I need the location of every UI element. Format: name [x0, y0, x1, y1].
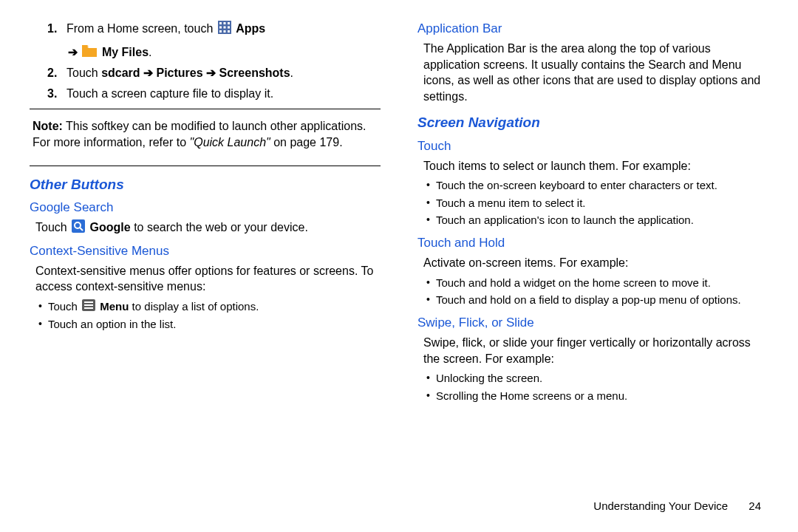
step-1-continuation: ➔ My Files. [30, 44, 381, 61]
path-bold: sdcard ➔ Pictures ➔ Screenshots [101, 66, 290, 79]
step-number: 1. [47, 21, 61, 37]
context-para: Context-sensitive menus offer options fo… [35, 263, 381, 295]
list-content: Unlocking the screen. [436, 371, 768, 386]
bullet-icon: • [38, 317, 42, 332]
search-icon [72, 219, 85, 237]
subheading-google-search: Google Search [30, 200, 381, 216]
svg-rect-15 [84, 304, 93, 306]
left-column: 1. From a Home screen, touch Apps ➔ My F… [30, 21, 381, 411]
svg-rect-6 [228, 27, 230, 29]
period: . [149, 46, 151, 58]
list-item: •Touch an application's icon to launch t… [426, 213, 768, 228]
page-footer: Understanding Your Device 24 [593, 499, 761, 514]
svg-rect-7 [219, 30, 222, 33]
divider [30, 166, 381, 166]
menu-icon [82, 299, 95, 315]
folder-icon [82, 45, 97, 61]
arrow: ➔ [68, 46, 78, 58]
bullet-icon: • [426, 276, 430, 290]
page-number: 24 [748, 499, 761, 512]
text: to display a list of options. [129, 300, 259, 313]
step-3: 3. Touch a screen capture file to displa… [47, 86, 381, 102]
list-item: •Touch a menu item to select it. [426, 196, 768, 211]
list-item: •Touch the on-screen keyboard to enter c… [426, 178, 768, 193]
svg-rect-9 [228, 30, 230, 33]
google-label: Google [90, 221, 131, 233]
svg-rect-2 [223, 22, 225, 24]
text: Touch [35, 221, 70, 233]
apps-grid-icon [218, 21, 231, 38]
svg-rect-4 [219, 27, 222, 29]
list-content: Scrolling the Home screens or a menu. [436, 389, 768, 403]
heading-other-buttons: Other Buttons [30, 175, 381, 194]
note-ref: "Quick Launch" [190, 136, 270, 149]
list-item: •Scrolling the Home screens or a menu. [426, 389, 768, 403]
list-item: •Touch and hold on a field to display a … [426, 293, 768, 307]
svg-rect-10 [72, 219, 85, 233]
right-column: Application Bar The Application Bar is t… [417, 21, 768, 411]
swipe-bullets: •Unlocking the screen. •Scrolling the Ho… [417, 371, 768, 403]
step-content: Touch sdcard ➔ Pictures ➔ Screenshots. [66, 65, 381, 81]
menu-label: Menu [100, 300, 129, 313]
step-content: From a Home screen, touch Apps [66, 21, 381, 38]
list-item: • Touch Menu to display a list of option… [38, 299, 381, 316]
touch-para: Touch items to select or launch them. Fo… [423, 158, 768, 174]
subheading-app-bar: Application Bar [417, 21, 768, 38]
myfiles-label: My Files [102, 46, 149, 58]
step-content: Touch a screen capture file to display i… [66, 86, 381, 102]
step-1: 1. From a Home screen, touch Apps [47, 21, 381, 38]
list-content: Touch and hold a widget on the home scre… [436, 276, 768, 290]
list-content: Touch Menu to display a list of options. [48, 299, 381, 316]
google-para: Touch Google to search the web or your d… [35, 219, 381, 237]
bullet-icon: • [426, 293, 430, 307]
list-item: •Unlocking the screen. [426, 371, 768, 386]
note-text2: on page 179. [270, 136, 343, 149]
period: . [290, 66, 293, 79]
subheading-touch: Touch [417, 138, 768, 155]
text: From a Home screen, touch [66, 22, 216, 35]
note-block: Note: This softkey can be modified to la… [30, 118, 381, 150]
list-content: Touch and hold on a field to display a p… [436, 293, 768, 307]
list-content: Touch an option in the list. [48, 317, 381, 332]
step-2: 2. Touch sdcard ➔ Pictures ➔ Screenshots… [47, 65, 381, 81]
context-bullets: • Touch Menu to display a list of option… [30, 299, 381, 332]
hold-para: Activate on-screen items. For example: [423, 255, 768, 271]
svg-rect-1 [219, 22, 222, 24]
heading-screen-navigation: Screen Navigation [417, 113, 768, 132]
bullet-icon: • [38, 299, 42, 314]
list-content: Touch an application's icon to launch th… [436, 213, 768, 228]
touch-bullets: •Touch the on-screen keyboard to enter c… [417, 178, 768, 228]
numbered-steps-cont: 2. Touch sdcard ➔ Pictures ➔ Screenshots… [30, 65, 381, 101]
bullet-icon: • [426, 213, 430, 228]
footer-section-title: Understanding Your Device [593, 499, 728, 512]
svg-rect-14 [84, 301, 93, 303]
divider [30, 109, 381, 109]
step-number: 3. [47, 86, 61, 102]
swipe-para: Swipe, flick, or slide your finger verti… [423, 335, 768, 366]
svg-rect-8 [223, 30, 225, 33]
bullet-icon: • [426, 371, 430, 386]
apps-label: Apps [236, 22, 265, 35]
subheading-swipe: Swipe, Flick, or Slide [417, 315, 768, 332]
text: Touch [66, 66, 101, 79]
subheading-touch-hold: Touch and Hold [417, 235, 768, 252]
list-item: •Touch and hold a widget on the home scr… [426, 276, 768, 290]
hold-bullets: •Touch and hold a widget on the home scr… [417, 276, 768, 308]
step-number: 2. [47, 65, 61, 81]
svg-rect-3 [228, 22, 230, 24]
text: Touch [48, 300, 81, 313]
bullet-icon: • [426, 196, 430, 211]
note-label: Note: [33, 120, 63, 132]
numbered-steps: 1. From a Home screen, touch Apps [30, 21, 381, 38]
list-content: Touch a menu item to select it. [436, 196, 768, 211]
svg-rect-5 [223, 27, 225, 29]
bullet-icon: • [426, 389, 430, 403]
list-item: • Touch an option in the list. [38, 317, 381, 332]
svg-rect-16 [84, 307, 93, 309]
list-content: Touch the on-screen keyboard to enter ch… [436, 178, 768, 193]
subheading-context-menus: Context-Sensitive Menus [30, 243, 381, 260]
appbar-para: The Application Bar is the area along th… [423, 41, 768, 104]
bullet-icon: • [426, 178, 430, 193]
text: to search the web or your device. [131, 221, 308, 233]
